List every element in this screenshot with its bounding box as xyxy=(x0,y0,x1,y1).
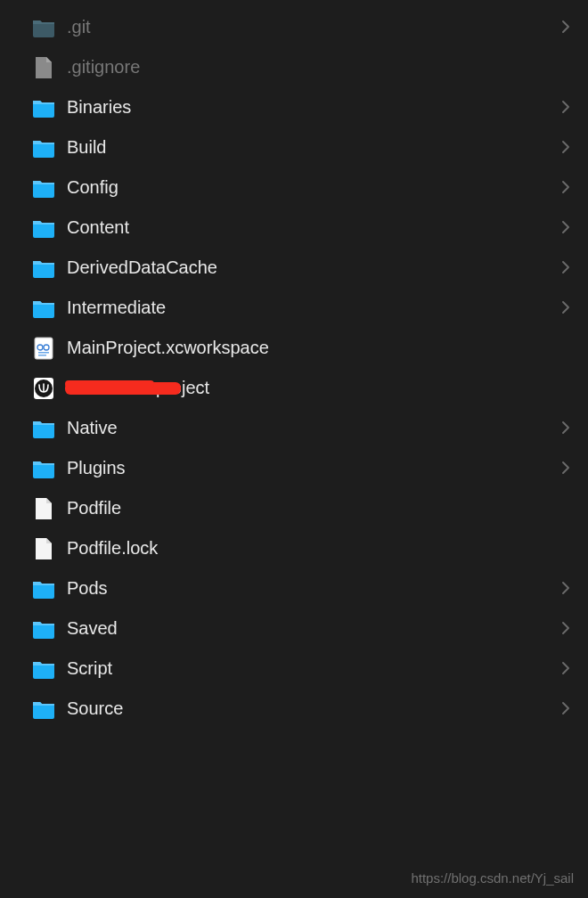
file-row[interactable]: .gitignore xyxy=(0,47,588,87)
chevron-right-icon xyxy=(561,176,570,200)
file-list: .git .gitignore Binaries Build Config Co… xyxy=(0,0,588,729)
folder-icon xyxy=(31,576,56,601)
folder-icon xyxy=(31,616,56,641)
folder-icon xyxy=(31,456,56,481)
chevron-right-icon xyxy=(561,96,570,119)
file-name-label: Plugins xyxy=(67,458,561,478)
file-row[interactable]: MainProject.xcworkspace xyxy=(0,328,588,368)
file-row[interactable]: Config xyxy=(0,167,588,208)
file-name-label: Build xyxy=(67,137,561,158)
file-row[interactable]: Build xyxy=(0,127,588,167)
file-name-label: Script xyxy=(67,658,561,679)
file-icon xyxy=(31,496,56,521)
svg-rect-4 xyxy=(38,355,46,356)
file-name-label: MainProject.xcworkspace xyxy=(67,338,570,358)
chevron-right-icon xyxy=(561,297,570,320)
file-row[interactable]: DerivedDataCache xyxy=(0,248,588,288)
file-name-label: Native xyxy=(67,418,561,438)
file-row[interactable]: .git xyxy=(0,7,588,47)
folder-icon xyxy=(31,135,56,160)
uproject-icon xyxy=(31,376,56,401)
file-row[interactable]: Podfile.lock xyxy=(0,528,588,568)
file-name-label: Pods xyxy=(67,578,561,599)
folder-icon xyxy=(31,15,56,40)
folder-icon xyxy=(31,216,56,241)
file-row[interactable]: Plugins xyxy=(0,448,588,488)
file-name-label: Intermediate xyxy=(67,298,561,318)
file-row[interactable]: Script xyxy=(0,649,588,689)
chevron-right-icon xyxy=(561,16,570,39)
folder-icon xyxy=(31,657,56,682)
folder-icon xyxy=(31,697,56,722)
chevron-right-icon xyxy=(561,617,570,641)
chevron-right-icon xyxy=(561,457,570,480)
svg-rect-3 xyxy=(38,352,49,354)
file-name-label: .uproject xyxy=(67,378,570,398)
file-name-label: Binaries xyxy=(67,97,561,118)
folder-icon xyxy=(31,296,56,321)
file-icon xyxy=(31,536,56,561)
file-name-label: DerivedDataCache xyxy=(67,257,561,278)
folder-icon xyxy=(31,95,56,120)
xcworkspace-icon xyxy=(31,336,56,361)
file-name-label: Source xyxy=(67,698,561,719)
folder-icon xyxy=(31,416,56,441)
file-row[interactable]: Binaries xyxy=(0,87,588,127)
chevron-right-icon xyxy=(561,216,570,240)
folder-icon xyxy=(31,256,56,281)
file-icon xyxy=(31,55,56,80)
file-row[interactable]: Native xyxy=(0,408,588,448)
file-name-label: .git xyxy=(67,17,561,37)
folder-icon xyxy=(31,176,56,200)
chevron-right-icon xyxy=(561,657,570,681)
file-row[interactable]: Podfile xyxy=(0,488,588,528)
chevron-right-icon xyxy=(561,257,570,280)
file-name-label: Saved xyxy=(67,618,561,639)
file-name-label: .gitignore xyxy=(67,57,570,78)
file-name-label: Config xyxy=(67,177,561,198)
file-name-label: Content xyxy=(67,217,561,238)
chevron-right-icon xyxy=(561,577,570,600)
chevron-right-icon xyxy=(561,136,570,159)
file-name-label: Podfile xyxy=(67,498,570,518)
watermark-text: https://blog.csdn.net/Yj_sail xyxy=(411,870,574,886)
file-row[interactable]: Source xyxy=(0,689,588,729)
file-name-label: Podfile.lock xyxy=(67,538,570,559)
chevron-right-icon xyxy=(561,417,570,440)
file-row[interactable]: Intermediate xyxy=(0,288,588,328)
file-row[interactable]: .uproject xyxy=(0,368,588,408)
file-row[interactable]: Content xyxy=(0,208,588,248)
chevron-right-icon xyxy=(561,698,570,721)
file-row[interactable]: Saved xyxy=(0,608,588,649)
file-row[interactable]: Pods xyxy=(0,568,588,608)
